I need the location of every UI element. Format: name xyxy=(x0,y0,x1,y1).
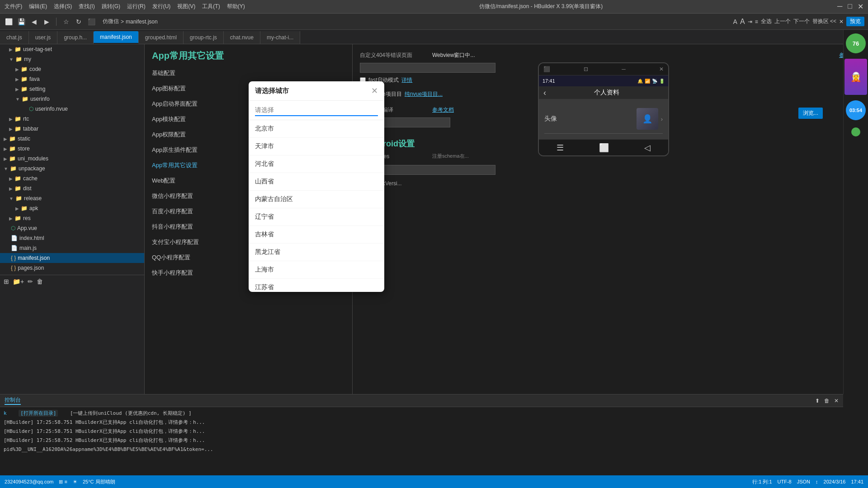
next-btn[interactable]: 下一个 xyxy=(793,18,810,25)
indent-icon[interactable]: ⇥ xyxy=(748,19,752,25)
console-close-btn[interactable]: ✕ xyxy=(834,398,839,404)
menu-view[interactable]: 视图(V) xyxy=(177,3,195,10)
menu-publish[interactable]: 发行(U) xyxy=(152,3,171,10)
sidebar-rename-btn[interactable]: ✏ xyxy=(28,278,33,285)
align-icon[interactable]: ≡ xyxy=(755,19,758,25)
console-open-dir-link[interactable]: [打开所在目录] xyxy=(19,410,58,417)
tab-group-h[interactable]: group.h... xyxy=(57,31,94,44)
sidebar-item-my[interactable]: ▼ 📁 my xyxy=(0,54,144,64)
sidebar-new-file-btn[interactable]: ⊞ xyxy=(4,278,9,285)
history-btn[interactable]: ⬛ xyxy=(86,17,96,27)
phone-menu-icon[interactable]: ☰ xyxy=(557,143,564,153)
sidebar-item-static[interactable]: ▶ 📁 static xyxy=(0,134,144,144)
sidebar-item-apk[interactable]: ▶ 📁 apk xyxy=(0,203,144,213)
city-item-shanxi[interactable]: 山西省 xyxy=(249,173,384,191)
maximize-button[interactable]: □ xyxy=(848,2,852,11)
menu-file[interactable]: 文件(F) xyxy=(5,3,22,10)
menu-find[interactable]: 查找(I) xyxy=(79,3,94,10)
menu-edit[interactable]: 编辑(E) xyxy=(29,3,47,10)
sidebar-item-code[interactable]: ▶ 📁 code xyxy=(0,64,144,74)
phone-toolbar-min[interactable]: ─ xyxy=(622,66,626,72)
city-item-heilongjiang[interactable]: 黑龙江省 xyxy=(249,244,384,261)
city-item-liaoning[interactable]: 辽宁省 xyxy=(249,208,384,226)
sidebar-item-setting[interactable]: ▶ 📁 setting xyxy=(0,84,144,94)
bookmark-btn[interactable]: ☆ xyxy=(61,17,71,27)
custom-404-input[interactable] xyxy=(360,63,495,73)
back-btn[interactable]: ◀ xyxy=(29,17,39,27)
fast-launch-detail-link[interactable]: 详情 xyxy=(401,76,412,84)
sidebar-item-pages-json[interactable]: { } pages.json xyxy=(0,263,144,273)
refresh-btn[interactable]: ↻ xyxy=(74,17,84,27)
phone-profile-avatar[interactable]: 👤 xyxy=(637,108,658,130)
console-clear-btn[interactable]: 🗑 xyxy=(824,398,830,404)
tab-grouped-html[interactable]: grouped.html xyxy=(139,31,184,44)
city-item-beijing[interactable]: 北京市 xyxy=(249,120,384,138)
sidebar-item-release[interactable]: ▼ 📁 release xyxy=(0,193,144,203)
replace-btn[interactable]: 替换区 << xyxy=(812,18,836,25)
city-item-shanghai[interactable]: 上海市 xyxy=(249,261,384,279)
console-k-link[interactable]: k xyxy=(4,410,7,416)
sidebar-item-rtc[interactable]: ▶ 📁 rtc xyxy=(0,114,144,124)
tab-user-js[interactable]: user.js xyxy=(29,31,58,44)
city-item-inner-mongolia[interactable]: 内蒙古自治区 xyxy=(249,191,384,208)
font-big-icon[interactable]: A xyxy=(740,18,745,26)
phone-toolbar-close[interactable]: ✕ xyxy=(659,66,664,72)
sidebar-delete-btn[interactable]: 🗑 xyxy=(37,278,43,285)
sidebar-item-uni-modules[interactable]: ▶ 📁 uni_modules xyxy=(0,154,144,164)
sidebar-item-app-vue[interactable]: ⬡ App.vue xyxy=(0,223,144,233)
sidebar-item-cache[interactable]: ▶ 📁 cache xyxy=(0,174,144,183)
minimize-button[interactable]: ─ xyxy=(837,2,842,11)
sidebar-item-unpackage[interactable]: ▼ 📁 unpackage xyxy=(0,164,144,174)
tab-my-chat-i[interactable]: my-chat-i... xyxy=(260,31,300,44)
config-item-basic[interactable]: 基础配置 xyxy=(145,66,352,81)
tab-chat-js[interactable]: chat.js xyxy=(0,31,29,44)
phone-back-btn[interactable]: ‹ xyxy=(543,88,546,98)
forward-btn[interactable]: ▶ xyxy=(42,17,52,27)
phone-toolbar-fit[interactable]: ⬛ xyxy=(543,66,550,72)
sidebar-item-store[interactable]: ▶ 📁 store xyxy=(0,144,144,154)
menu-run[interactable]: 运行(R) xyxy=(127,3,146,10)
path-file[interactable]: manifest.json xyxy=(126,19,158,25)
menu-bar[interactable]: 文件(F) 编辑(E) 选择(S) 查找(I) 跳转(G) 运行(R) 发行(U… xyxy=(5,3,245,10)
tab-group-rtc-js[interactable]: group-rtc.js xyxy=(184,31,224,44)
city-item-jiangsu[interactable]: 江苏省 xyxy=(249,279,384,292)
city-item-jilin[interactable]: 吉林省 xyxy=(249,226,384,244)
city-item-tianjin[interactable]: 天津市 xyxy=(249,138,384,155)
sidebar-item-manifest-json[interactable]: { } manifest.json xyxy=(0,253,144,263)
phone-home-icon[interactable]: ⬜ xyxy=(599,143,609,153)
sidebar-item-tabbar[interactable]: ▶ 📁 tabbar xyxy=(0,124,144,134)
pure-nvue-detail-link[interactable]: 纯nvue项目目... xyxy=(405,90,443,98)
menu-help[interactable]: 帮助(Y) xyxy=(227,3,245,10)
sidebar-item-main-js[interactable]: 📄 main.js xyxy=(0,243,144,253)
sidebar-item-userinfo[interactable]: ▼ 📁 userinfo xyxy=(0,94,144,104)
sidebar-item-dist[interactable]: ▶ 📁 dist xyxy=(0,183,144,193)
new-file-btn[interactable]: ⬜ xyxy=(4,17,14,27)
select-all-btn[interactable]: 全选 xyxy=(761,18,772,25)
nvue-ref-link[interactable]: 参考文档 xyxy=(432,106,454,114)
sidebar-item-userinfo-nvue[interactable]: ⬡ userinfo.nvue xyxy=(0,104,144,114)
tab-chat-nvue[interactable]: chat.nvue xyxy=(224,31,260,44)
menu-tools[interactable]: 工具(T) xyxy=(202,3,220,10)
sidebar-item-res[interactable]: ▶ 📁 res xyxy=(0,213,144,223)
console-label[interactable]: 控制台 xyxy=(5,396,21,405)
save-btn[interactable]: 💾 xyxy=(16,17,26,27)
close-button[interactable]: ✕ xyxy=(858,2,863,11)
preview-btn[interactable]: 预览 xyxy=(846,17,864,26)
browse-button[interactable]: 浏览... xyxy=(798,108,823,119)
menu-jump[interactable]: 跳转(G) xyxy=(102,3,120,10)
phone-toolbar-resize[interactable]: ⊡ xyxy=(584,66,588,72)
window-controls[interactable]: ─ □ ✕ xyxy=(837,2,863,11)
search-close-btn[interactable]: ✕ xyxy=(839,19,844,25)
phone-back-nav-icon[interactable]: ◁ xyxy=(644,143,651,153)
prev-btn[interactable]: 上一个 xyxy=(774,18,791,25)
font-size-icon[interactable]: A xyxy=(733,18,737,25)
city-search-input[interactable] xyxy=(255,104,378,116)
sidebar-item-index-html[interactable]: 📄 index.html xyxy=(0,233,144,243)
city-dialog-close-btn[interactable]: ✕ xyxy=(371,86,378,96)
tab-manifest-json[interactable]: manifest.json xyxy=(94,31,139,44)
path-project[interactable]: 仿微信 xyxy=(103,18,119,25)
console-expand-btn[interactable]: ⬆ xyxy=(815,398,820,404)
sidebar-item-fava[interactable]: ▶ 📁 fava xyxy=(0,74,144,84)
sidebar-new-folder-btn[interactable]: 📁+ xyxy=(13,278,24,285)
menu-select[interactable]: 选择(S) xyxy=(54,3,72,10)
